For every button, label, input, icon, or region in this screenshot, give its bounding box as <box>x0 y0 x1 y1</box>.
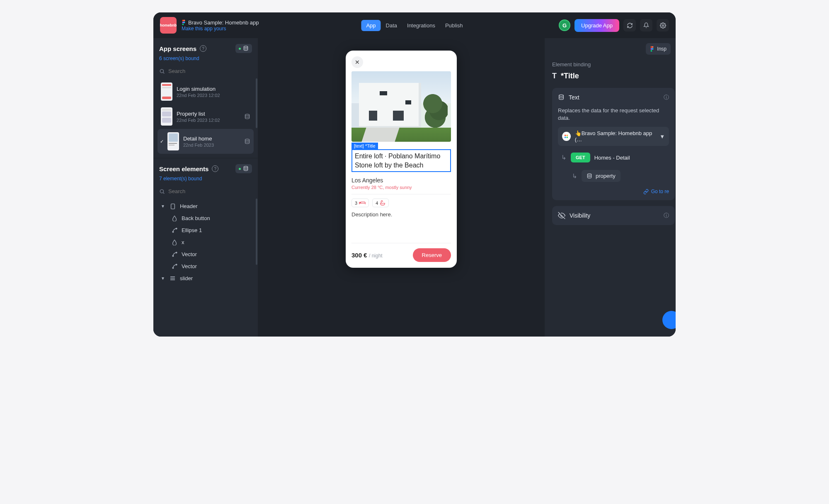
search-icon <box>159 68 165 74</box>
tree-item-vector-2[interactable]: Vector <box>159 260 254 272</box>
main: App screens ? 6 screen(s) bound <box>153 38 676 337</box>
tree-label: Vector <box>182 251 197 257</box>
data-source-select[interactable]: 👆Bravo Sample: Homebnb app (… ▼ <box>558 127 669 146</box>
close-icon: ✕ <box>355 59 360 65</box>
svg-point-8 <box>245 114 250 116</box>
vector-icon <box>172 252 177 257</box>
elements-search-input[interactable] <box>168 188 252 194</box>
title-selection-box[interactable]: Entire loft · Poblano Marítimo Stone lof… <box>351 149 451 172</box>
svg-point-3 <box>184 22 185 23</box>
app-screens-section: App screens ? 6 screen(s) bound <box>153 38 258 78</box>
svg-point-26 <box>565 135 566 136</box>
tab-app[interactable]: App <box>361 20 381 31</box>
tab-integrations[interactable]: Integrations <box>402 20 440 31</box>
help-icon[interactable]: ? <box>212 165 218 172</box>
status-dot-icon <box>239 48 241 50</box>
info-icon[interactable]: ⓘ <box>664 94 669 101</box>
tab-data[interactable]: Data <box>381 20 402 31</box>
hero-image <box>351 71 451 142</box>
topbar-right: G Upgrade App <box>559 19 669 32</box>
scrollbar[interactable] <box>256 199 257 265</box>
svg-point-30 <box>587 174 591 175</box>
screen-item-detail-home[interactable]: ✓ Detail home 22nd Feb 2023 <box>158 129 254 154</box>
elements-search[interactable] <box>159 186 252 195</box>
property-row[interactable]: ↳ property <box>570 167 669 184</box>
endpoint-name: Homes - Detail <box>594 155 630 161</box>
property-description: Description here. <box>351 211 451 240</box>
topbar: homebnb Bravo Sample: Homebnb app Make t… <box>153 12 676 38</box>
right-panel: Insp Element binding T *Title Text ⓘ <box>545 38 676 337</box>
database-icon <box>243 46 249 51</box>
price-row: 300 € / night Reserve <box>351 243 451 262</box>
tab-publish[interactable]: Publish <box>440 20 468 31</box>
svg-point-1 <box>184 19 185 21</box>
scrollbar[interactable] <box>256 78 257 128</box>
tree-item-vector-1[interactable]: Vector <box>159 248 254 260</box>
app-title: Bravo Sample: Homebnb app <box>188 19 259 26</box>
app-logo: homebnb <box>160 17 177 34</box>
property-weather: Currently 28 °C, mostly sunny <box>351 185 451 190</box>
tree-label: Back button <box>182 215 210 221</box>
element-binding-label: Element binding <box>552 61 675 68</box>
endpoint-row[interactable]: ↳ GET Homes - Detail <box>560 150 669 165</box>
goto-request-link[interactable]: Go to re <box>643 189 669 194</box>
canvas[interactable]: ✕ [text] *Title Entire loft · Poblano Ma… <box>258 38 545 337</box>
screens-db-indicator[interactable] <box>235 44 252 53</box>
screens-search-input[interactable] <box>168 68 252 74</box>
chevron-down-icon: ▼ <box>161 204 165 208</box>
inspect-button[interactable]: Insp <box>646 43 671 55</box>
elements-bound-link[interactable]: 7 element(s) bound <box>159 176 252 182</box>
svg-point-19 <box>360 202 361 203</box>
tree-label: Header <box>180 203 198 209</box>
tree-item-header[interactable]: ▼ Header <box>159 200 254 212</box>
refresh-icon[interactable] <box>623 19 636 32</box>
element-tree: ▼ Header Back button <box>153 199 258 288</box>
screens-bound-link[interactable]: 6 screen(s) bound <box>159 56 252 61</box>
link-icon <box>643 189 649 194</box>
price-value: 300 € <box>351 252 367 259</box>
svg-point-5 <box>662 24 664 26</box>
avatar[interactable]: G <box>559 19 570 31</box>
screen-thumb <box>161 107 172 126</box>
screen-name: Detail home <box>183 136 214 142</box>
gear-icon[interactable] <box>657 19 669 32</box>
screen-date: 22nd Feb 2023 12:02 <box>177 93 220 98</box>
tree-item-back-button[interactable]: Back button <box>159 212 254 224</box>
tree-item-x[interactable]: x <box>159 236 254 248</box>
visibility-panel[interactable]: Visibility ⓘ <box>552 206 675 225</box>
reserve-button[interactable]: Reserve <box>413 248 451 262</box>
tree-label: x <box>182 239 184 245</box>
figma-icon <box>182 19 186 25</box>
tree-item-slider[interactable]: ▼ slider <box>159 272 254 284</box>
svg-point-17 <box>172 267 174 269</box>
database-icon <box>244 114 250 120</box>
make-app-yours-link[interactable]: Make this app yours <box>182 26 259 32</box>
svg-point-13 <box>172 231 174 233</box>
svg-point-4 <box>182 24 184 25</box>
sub-arrow-icon: ↳ <box>561 154 567 161</box>
svg-point-29 <box>567 137 568 138</box>
bell-icon[interactable] <box>640 19 652 32</box>
vector-icon <box>172 228 177 233</box>
screen-item-login[interactable]: Login simulation 22nd Feb 2023 12:02 <box>158 79 254 104</box>
app-frame: homebnb Bravo Sample: Homebnb app Make t… <box>153 12 676 337</box>
container-icon <box>170 204 176 209</box>
upgrade-button[interactable]: Upgrade App <box>574 19 619 32</box>
tree-item-ellipse[interactable]: Ellipse 1 <box>159 224 254 236</box>
phone-preview: ✕ [text] *Title Entire loft · Poblano Ma… <box>346 51 457 268</box>
screens-search[interactable] <box>159 65 252 75</box>
screen-item-property-list[interactable]: Property list 22nd Feb 2023 12:02 <box>158 104 254 129</box>
visibility-label: Visibility <box>570 212 590 219</box>
svg-point-25 <box>559 94 564 96</box>
help-icon[interactable]: ? <box>200 45 206 52</box>
sub-arrow-icon: ↳ <box>572 172 577 180</box>
svg-point-23 <box>652 48 654 50</box>
info-icon[interactable]: ⓘ <box>664 212 669 219</box>
status-dot-icon <box>239 168 241 170</box>
property-title: Entire loft · Poblano Marítimo Stone lof… <box>355 152 448 170</box>
element-tag-label: [text] *Title <box>351 143 378 149</box>
elements-db-indicator[interactable] <box>235 164 252 173</box>
drop-icon <box>172 216 177 221</box>
svg-point-15 <box>172 255 174 257</box>
close-button[interactable]: ✕ <box>351 56 363 68</box>
